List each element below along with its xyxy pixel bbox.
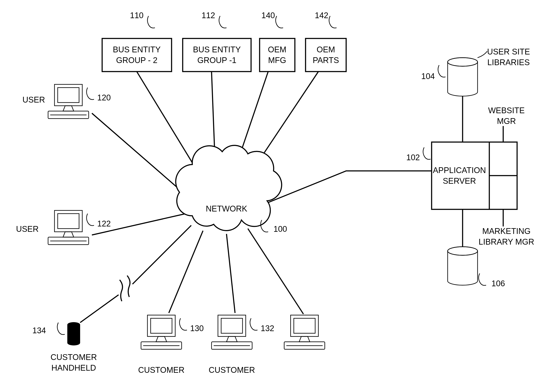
customer-handheld: 134 CUSTOMER HANDHELD bbox=[33, 322, 97, 372]
handheld-line2: HANDHELD bbox=[51, 363, 96, 372]
computer-icon bbox=[141, 315, 182, 349]
svg-rect-19 bbox=[102, 38, 171, 72]
userlibs-line2: LIBRARIES bbox=[487, 58, 530, 67]
oemmfg-ref: 140 bbox=[261, 11, 275, 20]
customer1-label: CUSTOMER bbox=[138, 365, 185, 374]
website-mgr-2: MGR bbox=[497, 117, 516, 126]
computer-icon bbox=[284, 315, 325, 349]
svg-point-25 bbox=[67, 340, 80, 345]
userlibs-ref: 104 bbox=[421, 72, 435, 81]
appserver-ref: 102 bbox=[406, 153, 420, 162]
handheld-line1: CUSTOMER bbox=[51, 353, 97, 362]
user-2: USER 122 bbox=[16, 210, 111, 245]
oemmfg-line2: MFG bbox=[268, 56, 286, 65]
network-ref: 100 bbox=[274, 224, 287, 234]
computer-icon bbox=[212, 315, 252, 349]
customer2-ref: 132 bbox=[261, 324, 274, 333]
svg-rect-21 bbox=[260, 38, 295, 72]
user2-ref: 122 bbox=[97, 219, 111, 228]
customer2-label: CUSTOMER bbox=[209, 365, 255, 374]
oemparts-line2: PARTS bbox=[313, 56, 339, 65]
bus-entity-group-1: BUS ENTITY GROUP -1 112 bbox=[183, 11, 251, 72]
user-site-libraries-db: USER SITE LIBRARIES 104 bbox=[421, 47, 530, 96]
svg-rect-24 bbox=[67, 325, 80, 343]
customer-2: CUSTOMER 132 bbox=[209, 315, 274, 374]
svg-line-16 bbox=[248, 229, 303, 314]
user1-ref: 120 bbox=[97, 93, 111, 102]
customer-1: CUSTOMER 130 bbox=[138, 315, 204, 374]
oemparts-ref: 142 bbox=[315, 11, 328, 20]
handheld-ref: 134 bbox=[33, 326, 46, 335]
computer-icon bbox=[48, 210, 89, 245]
user1-label: USER bbox=[22, 95, 45, 104]
svg-line-10 bbox=[92, 113, 190, 199]
oemparts-line1: OEM bbox=[317, 45, 335, 54]
svg-line-13 bbox=[132, 225, 191, 284]
database-icon bbox=[448, 247, 478, 285]
customer1-ref: 130 bbox=[190, 324, 204, 333]
user-1: USER 120 bbox=[22, 84, 111, 119]
appserver-line1: APPLICATION bbox=[433, 166, 486, 175]
computer-icon bbox=[48, 84, 89, 119]
be2-ref: 110 bbox=[130, 11, 143, 20]
svg-line-15 bbox=[226, 234, 235, 313]
oem-mfg: OEM MFG 140 bbox=[260, 11, 295, 72]
website-mgr-1: WEBSITE bbox=[488, 106, 525, 115]
be1-line2: GROUP -1 bbox=[197, 56, 236, 65]
be1-ref: 112 bbox=[201, 11, 215, 20]
svg-line-12 bbox=[80, 295, 119, 323]
marketing-lib-2: LIBRARY MGR bbox=[479, 237, 534, 246]
be2-line2: GROUP - 2 bbox=[116, 56, 157, 65]
customer-3 bbox=[284, 315, 325, 349]
user2-label: USER bbox=[16, 224, 39, 234]
userlibs-line1: USER SITE bbox=[487, 47, 530, 56]
network-node: NETWORK 100 bbox=[176, 145, 287, 234]
application-server: APPLICATION SERVER 102 WEBSITE MGR MARKE… bbox=[406, 106, 534, 246]
oem-parts: OEM PARTS 142 bbox=[306, 11, 346, 72]
network-label: NETWORK bbox=[206, 204, 247, 213]
database-icon bbox=[448, 58, 478, 96]
oemmfg-line1: OEM bbox=[268, 45, 287, 54]
be1-line1: BUS ENTITY bbox=[193, 45, 241, 54]
svg-rect-22 bbox=[306, 38, 346, 72]
svg-rect-20 bbox=[183, 38, 251, 72]
bus-entity-group-2: BUS ENTITY GROUP - 2 110 bbox=[102, 11, 171, 72]
be2-line1: BUS ENTITY bbox=[113, 45, 161, 54]
lowerdb-ref: 106 bbox=[492, 279, 505, 288]
lower-db: 106 bbox=[448, 247, 505, 288]
marketing-lib-1: MARKETING bbox=[482, 227, 531, 236]
appserver-line2: SERVER bbox=[443, 176, 476, 185]
